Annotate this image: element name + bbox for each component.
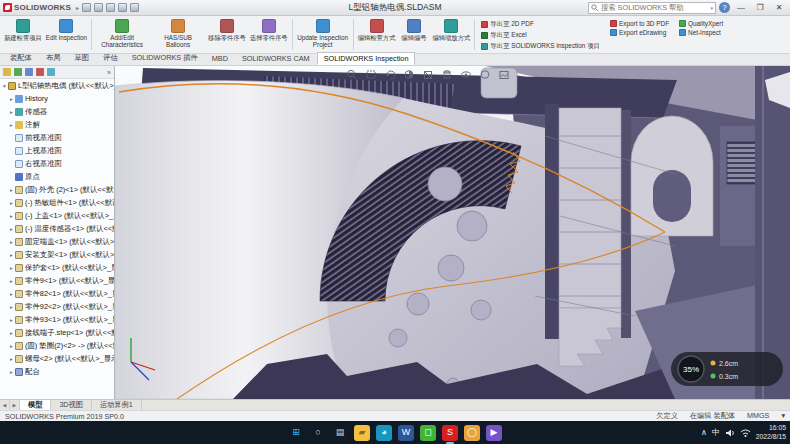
volume-icon[interactable]: [725, 428, 735, 438]
tree-item[interactable]: 上视基准面: [0, 144, 114, 157]
displaymanager-tab-icon[interactable]: [47, 68, 55, 76]
wechat-icon[interactable]: ◻: [420, 425, 436, 441]
ribbon-button[interactable]: 选择零件序号: [248, 17, 290, 52]
tree-item[interactable]: ▾L型铝轴热电偶 (默认<<默认>_显示状态-1>): [0, 79, 114, 92]
tree-item[interactable]: ▸配合: [0, 365, 114, 378]
tree-item[interactable]: 前视基准面: [0, 131, 114, 144]
command-tab[interactable]: 布局: [39, 51, 68, 65]
tree-item[interactable]: ▸保护套<1> (默认<<默认>_显示状态: [0, 261, 114, 274]
command-tab[interactable]: 装配体: [3, 51, 39, 65]
ribbon-export-item[interactable]: 导出至 SOLIDWORKS Inspection 项目: [481, 42, 600, 51]
tree-item[interactable]: ▸History: [0, 92, 114, 105]
doc-tab[interactable]: 运动算例1: [92, 400, 142, 410]
command-tab[interactable]: MBD: [205, 52, 235, 65]
ribbon-button[interactable]: 编辑检查方式: [356, 17, 398, 52]
tree-item[interactable]: ▸固定端盖<1> (默认<<默认>_显示状态: [0, 235, 114, 248]
tree-item[interactable]: ▸传感器: [0, 105, 114, 118]
graphics-area[interactable]: 35% 2.6cm 0.3cm: [115, 66, 790, 399]
word-icon[interactable]: W: [398, 425, 414, 441]
command-tab[interactable]: SOLIDWORKS 插件: [125, 51, 205, 65]
help-icon[interactable]: ?: [719, 2, 730, 13]
ribbon-export-item[interactable]: Export eDrawing: [610, 29, 669, 36]
command-tab[interactable]: SOLIDWORKS Inspection: [317, 52, 416, 65]
doc-tab[interactable]: 模型: [20, 400, 51, 410]
help-search-box[interactable]: ▾: [588, 2, 716, 14]
task-view-icon[interactable]: ▤: [332, 425, 348, 441]
tree-item[interactable]: ▸(固) 垫圈(2)<2> -> (默认<<默认>...: [0, 339, 114, 352]
solidworks-icon[interactable]: S: [442, 425, 458, 441]
ribbon-export-item[interactable]: Net-Inspect: [679, 29, 723, 36]
ribbon-button[interactable]: 移除零件序号: [206, 17, 248, 52]
save-icon[interactable]: [106, 3, 115, 12]
configurationmanager-tab-icon[interactable]: [25, 68, 33, 76]
command-tab[interactable]: SOLIDWORKS CAM: [235, 52, 317, 65]
tree-item[interactable]: ▸零件82<1> (默认<<默认>_显...: [0, 287, 114, 300]
print-icon[interactable]: [118, 3, 127, 12]
search-icon[interactable]: ○: [310, 425, 326, 441]
ribbon-export-item[interactable]: 导出至 2D PDF: [481, 20, 600, 29]
tree-item[interactable]: ▸(-) 温度传感器<1> (默认<<默认...: [0, 222, 114, 235]
ime-indicator[interactable]: 中: [712, 427, 720, 438]
zoom-area-icon[interactable]: [367, 71, 375, 78]
ribbon-button[interactable]: Add/Edit Characteristics: [94, 17, 150, 52]
file-explorer-icon[interactable]: ▰: [354, 425, 370, 441]
clock[interactable]: 16:05 2022/8/15: [756, 424, 786, 441]
tree-item[interactable]: ▸注解: [0, 118, 114, 131]
zoom-fit-icon[interactable]: [348, 70, 356, 79]
view-orientation-icon[interactable]: [425, 72, 432, 79]
ribbon-button[interactable]: 新建检查项目: [2, 17, 44, 52]
ribbon-button[interactable]: 编辑缩放方式: [430, 17, 472, 52]
model-view[interactable]: 35% 2.6cm 0.3cm: [115, 66, 790, 399]
start-icon[interactable]: ⊞: [288, 425, 304, 441]
search-scope-caret-icon[interactable]: ▾: [710, 5, 713, 11]
tree-item[interactable]: ▸接线端子.step<1> (默认<<默认...: [0, 326, 114, 339]
ribbon-export-item[interactable]: 导出至 Excel: [481, 31, 600, 40]
video-icon[interactable]: ▶: [486, 425, 502, 441]
tree-item[interactable]: ▸(-) 热敏组件<1> (默认<<默认>_显...: [0, 196, 114, 209]
tree-item[interactable]: ▸(固) 外壳 (2)<1> (默认<<默认>_显示状态: [0, 183, 114, 196]
ribbon-export-item[interactable]: Export to 3D PDF: [610, 20, 669, 27]
doc-tab[interactable]: 3D视图: [51, 400, 92, 410]
ribbon-button[interactable]: 编辑编号: [397, 17, 430, 52]
panel-more-icon[interactable]: »: [107, 69, 111, 76]
new-document-icon[interactable]: [82, 3, 91, 12]
ribbon-button[interactable]: Edit Inspection: [44, 17, 89, 52]
dimxpertmanager-tab-icon[interactable]: [36, 68, 44, 76]
propertymanager-tab-icon[interactable]: [14, 68, 22, 76]
tree-item[interactable]: ▸零件9<1> (默认<<默认>_显示状态: [0, 274, 114, 287]
tree-item[interactable]: ▸螺母<2> (默认<<默认>_显示状态...: [0, 352, 114, 365]
tree-item[interactable]: ▸(-) 上盖<1> (默认<<默认>_显示...: [0, 209, 114, 222]
ribbon-export-item[interactable]: QualityXpert: [679, 20, 723, 27]
section-view-icon[interactable]: [405, 71, 413, 79]
hide-show-items-icon[interactable]: [462, 72, 470, 77]
wifi-icon[interactable]: [740, 428, 751, 438]
command-tab[interactable]: 草图: [67, 51, 96, 65]
doc-tabs-scroll-right-icon[interactable]: ▶: [10, 400, 20, 410]
close-button[interactable]: ✕: [771, 1, 787, 14]
ribbon-button[interactable]: Update Inspection Project: [295, 17, 351, 52]
minimize-button[interactable]: —: [733, 1, 749, 14]
open-icon[interactable]: [94, 3, 103, 12]
tree-item[interactable]: 右视基准面: [0, 157, 114, 170]
doc-tabs-scroll-left-icon[interactable]: ◀: [0, 400, 10, 410]
ribbon-button[interactable]: HAS/SUB Balloons: [150, 17, 206, 52]
command-tab[interactable]: 评估: [96, 51, 125, 65]
app-logo[interactable]: SOLIDWORKS ▸: [3, 3, 82, 12]
previous-view-icon[interactable]: [386, 71, 395, 79]
edge-icon[interactable]: ◕: [376, 425, 392, 441]
tree-item[interactable]: 原点: [0, 170, 114, 183]
maximize-button[interactable]: ❐: [752, 1, 768, 14]
tree-item[interactable]: ▸零件93<1> (默认<<默认>_显示状...: [0, 313, 114, 326]
tree-expand-icon: ▸: [8, 278, 15, 284]
tree-item[interactable]: ▸零件92<2> (默认<<默认>_显...: [0, 300, 114, 313]
display-style-icon[interactable]: [444, 71, 450, 78]
apply-scene-icon[interactable]: [500, 72, 508, 79]
tree-item[interactable]: ▸安装支架<1> (默认<<默认>_显...: [0, 248, 114, 261]
browser-icon[interactable]: ◯: [464, 425, 480, 441]
featuremanager-tab-icon[interactable]: [3, 68, 11, 76]
edit-appearance-icon[interactable]: [481, 71, 489, 79]
undo-icon[interactable]: [130, 3, 139, 12]
help-search-input[interactable]: [601, 3, 708, 12]
hidden-icons-caret-icon[interactable]: ∧: [701, 428, 707, 437]
menu-expand-icon[interactable]: ▸: [76, 4, 79, 11]
